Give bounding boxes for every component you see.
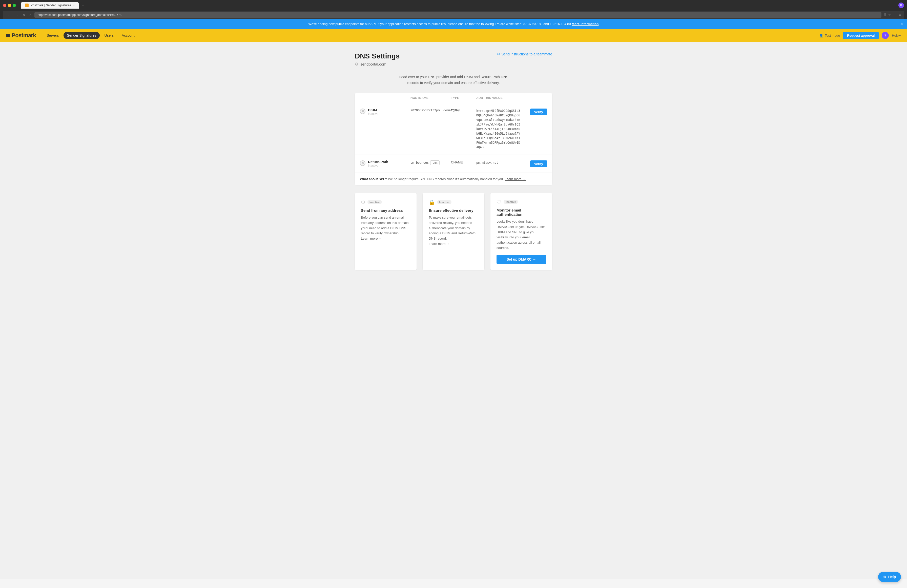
active-tab[interactable]: Postmark | Sender Signatures × <box>21 2 79 9</box>
return-path-hostname-value: pm-bounces <box>410 161 429 165</box>
dns-description: Head over to your DNS provider and add D… <box>355 74 552 85</box>
logo-text: Postmark <box>12 32 36 39</box>
feature-2-desc: To make sure your email gets delivered r… <box>429 215 478 241</box>
feature-1-header: ⚙ Inactive <box>361 199 410 205</box>
dkim-type: TXT <box>451 108 476 112</box>
maximize-window-button[interactable] <box>13 4 16 7</box>
domain-name: sendportal.com <box>361 62 386 66</box>
dkim-verify-button[interactable]: Verify <box>530 109 547 115</box>
return-path-record-name: Return-Path <box>368 160 388 164</box>
feature-card-delivery: 🔒 Inactive Ensure effective delivery To … <box>423 193 484 270</box>
toolbar-icons: ⠿ ☆ ⋯ ≡ <box>883 13 901 17</box>
forward-button[interactable]: → <box>14 13 19 18</box>
feature-1-badge: Inactive <box>367 200 382 204</box>
domain-gear-icon: ⚙ <box>355 62 358 67</box>
header-action-col <box>522 96 547 100</box>
user-avatar[interactable]: ? <box>882 32 889 39</box>
return-path-value: pm.mtasv.net <box>476 160 522 165</box>
send-instructions-label: Send instructions to a teammate <box>502 52 552 56</box>
spf-learn-more-link[interactable]: Learn more → <box>505 177 526 181</box>
envelope-icon: ✉ <box>497 52 500 56</box>
dkim-name-info: DKIM Inactive <box>368 108 378 115</box>
help-nav-button[interactable]: Help ▾ <box>892 34 901 37</box>
return-path-type: CNAME <box>451 160 476 164</box>
feature-3-badge: Inactive <box>503 200 518 204</box>
dkim-action: Verify <box>522 108 547 115</box>
feature-3-header: 🛡 Inactive <box>497 199 546 205</box>
page-header: DNS Settings ⚙ sendportal.com ✉ Send ins… <box>355 52 552 67</box>
dkim-record-name: DKIM <box>368 108 378 112</box>
test-mode-label: Test mode <box>825 34 840 37</box>
help-widget[interactable]: ⊕ Help <box>878 572 901 579</box>
dkim-name-cell: ✕ DKIM Inactive <box>360 108 410 115</box>
setup-dmarc-button[interactable]: Set up DMARC → <box>497 255 546 264</box>
page-title: DNS Settings <box>355 52 400 60</box>
send-instructions-link[interactable]: ✉ Send instructions to a teammate <box>497 52 552 56</box>
minimize-window-button[interactable] <box>8 4 11 7</box>
page-content: DNS Settings ⚙ sendportal.com ✉ Send ins… <box>0 42 907 579</box>
nav-item-sender-signatures[interactable]: Sender Signatures <box>64 32 100 39</box>
browser-chrome: Postmark | Sender Signatures × + P ← → ↻… <box>0 0 907 19</box>
return-path-edit-button[interactable]: Edit <box>430 160 439 165</box>
menu-icon[interactable]: ≡ <box>899 13 901 17</box>
extensions-icon: ⠿ <box>883 13 886 17</box>
banner-message: We're adding new public endpoints for ou… <box>308 22 571 26</box>
tab-close-button[interactable]: × <box>73 4 75 7</box>
nav-right: 👤 Test mode Request approval ? Help ▾ <box>819 32 901 39</box>
reload-button[interactable]: ↻ <box>21 13 26 18</box>
feature-1-desc: Before you can send an email from any ad… <box>361 215 410 236</box>
test-mode-button[interactable]: 👤 Test mode <box>819 34 840 37</box>
domain-row: ⚙ sendportal.com <box>355 62 400 67</box>
more-information-link[interactable]: More Information <box>572 22 599 26</box>
feature-1-learn-more[interactable]: Learn more → <box>361 237 382 240</box>
dns-table: Hostname Type Add this value ✕ DKIM Inac… <box>355 93 552 185</box>
feature-3-icon: 🛡 <box>497 199 502 205</box>
help-widget-label: Help <box>888 575 896 579</box>
table-header: Hostname Type Add this value <box>355 93 552 103</box>
nav-item-users[interactable]: Users <box>101 32 117 39</box>
dkim-hostname: 20200325122132pm._domainkey <box>410 108 451 112</box>
chevron-down-icon: ▾ <box>899 34 901 37</box>
new-tab-button[interactable]: + <box>80 2 86 9</box>
return-path-name-cell: ✕ Return-Path Inactive <box>360 160 410 168</box>
browser-controls: Postmark | Sender Signatures × + P <box>3 2 904 9</box>
postmark-logo[interactable]: Postmark <box>6 32 36 39</box>
dkim-record-status: Inactive <box>368 112 378 115</box>
banner-close-button[interactable]: × <box>900 21 903 27</box>
header-type-col: Type <box>451 96 476 100</box>
more-tools-icon[interactable]: ⋯ <box>893 13 897 17</box>
traffic-lights <box>3 4 16 7</box>
return-path-name-info: Return-Path Inactive <box>368 160 388 168</box>
feature-card-send: ⚙ Inactive Send from any address Before … <box>355 193 417 270</box>
feature-2-title: Ensure effective delivery <box>429 208 478 213</box>
spf-bold: What about SPF? <box>360 177 387 181</box>
table-row-return-path: ✕ Return-Path Inactive pm-bounces Edit C… <box>355 155 552 173</box>
request-approval-button[interactable]: Request approval <box>843 32 879 39</box>
feature-2-badge: Inactive <box>437 200 452 204</box>
return-path-verify-button[interactable]: Verify <box>530 160 547 167</box>
address-input[interactable] <box>34 12 881 18</box>
close-window-button[interactable] <box>3 4 6 7</box>
bookmark-icon[interactable]: ☆ <box>888 13 891 17</box>
header-value-col: Add this value <box>476 96 522 100</box>
nav-item-account[interactable]: Account <box>118 32 138 39</box>
tab-bar: Postmark | Sender Signatures × + <box>21 2 896 9</box>
dkim-status-icon: ✕ <box>360 109 365 114</box>
return-path-status-icon: ✕ <box>360 160 365 166</box>
header-name-col <box>360 96 410 100</box>
tab-favicon <box>25 3 29 7</box>
nav-item-servers[interactable]: Servers <box>43 32 62 39</box>
spf-text: We no longer require SPF DNS records sin… <box>388 177 503 181</box>
feature-1-icon: ⚙ <box>361 199 365 205</box>
content-wrapper: DNS Settings ⚙ sendportal.com ✉ Send ins… <box>350 52 557 270</box>
help-label: Help <box>892 34 899 37</box>
header-hostname-col: Hostname <box>410 96 451 100</box>
page-header-left: DNS Settings ⚙ sendportal.com <box>355 52 400 67</box>
back-button[interactable]: ← <box>6 13 12 18</box>
help-widget-icon: ⊕ <box>883 575 886 579</box>
feature-2-learn-more[interactable]: Learn more → <box>429 242 450 246</box>
table-row-dkim: ✕ DKIM Inactive 20200325122132pm._domain… <box>355 103 552 155</box>
home-button[interactable]: ⌂ <box>28 13 32 18</box>
feature-2-icon: 🔒 <box>429 199 435 205</box>
browser-profile-icon[interactable]: P <box>898 3 904 8</box>
